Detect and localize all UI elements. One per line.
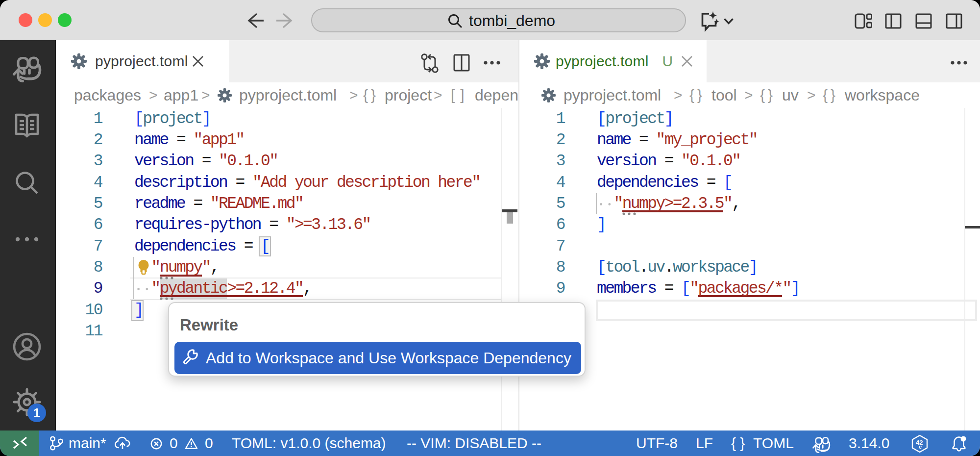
svg-text:c: c [919, 444, 922, 450]
